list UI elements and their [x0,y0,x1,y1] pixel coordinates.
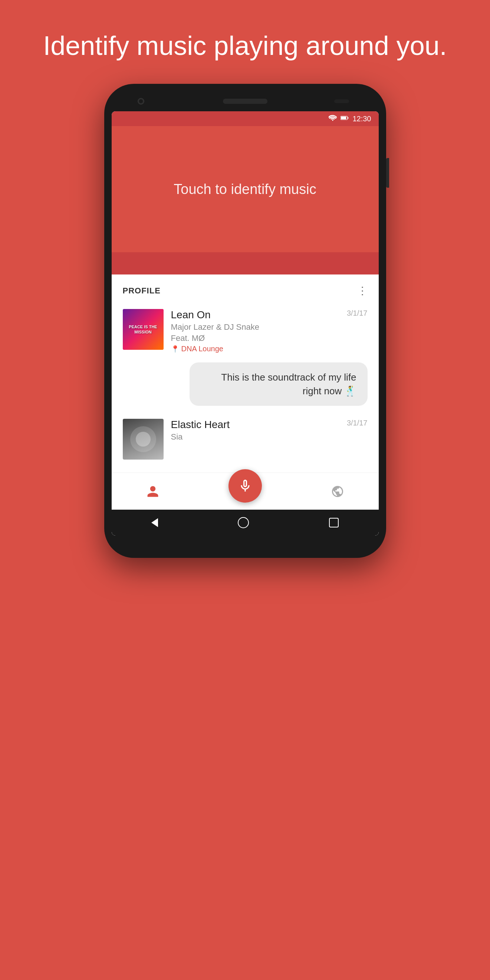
svg-rect-2 [348,117,348,119]
proximity-sensor [334,99,349,103]
song-info-lean-on: Lean On Major Lazer & DJ Snake Feat. MØ … [171,309,339,353]
front-camera [138,98,144,105]
page-headline: Identify music playing around you. [21,30,469,62]
song-artist: Major Lazer & DJ Snake [171,322,339,332]
song-artist-elastic: Sia [171,432,339,442]
song-location: 📍 DNA Lounge [171,345,339,353]
more-options-button[interactable]: ⋮ [357,286,368,296]
album-art-lean-on: PEACE IS THEMISSION [123,309,164,350]
song-date-elastic: 3/1/17 [347,419,368,427]
system-nav-bar [111,510,379,536]
message-bubble-container: This is the soundtrack of my life right … [111,359,379,413]
identify-prompt: Touch to identify music [173,181,316,197]
song-item-lean-on[interactable]: PEACE IS THEMISSION Lean On Major Lazer … [111,304,379,359]
red-divider [111,252,379,275]
wifi-icon [329,115,337,123]
message-bubble: This is the soundtrack of my life right … [189,363,368,406]
phone-top-bezel [111,95,379,111]
identify-area[interactable]: Touch to identify music [111,126,379,252]
song-title-elastic: Elastic Heart [171,419,339,431]
location-name: DNA Lounge [181,345,223,353]
song-item-elastic-heart[interactable]: Elastic Heart Sia 3/1/17 [111,413,379,465]
earpiece-speaker [223,99,267,104]
nav-profile-button[interactable] [146,485,159,498]
home-button[interactable] [238,517,249,528]
svg-rect-1 [341,117,347,119]
phone-bottom-bezel [111,536,379,550]
camera-lens [139,99,143,103]
status-time: 12:30 [352,115,371,123]
recents-button[interactable] [329,518,339,527]
power-button [386,158,389,188]
song-artist-feat: Feat. MØ [171,334,339,343]
status-bar: 12:30 [111,111,379,126]
phone-screen: 12:30 Touch to identify music PROFILE ⋮ … [111,111,379,536]
content-area: PROFILE ⋮ PEACE IS THEMISSION Lean On Ma… [111,275,379,473]
bottom-nav [111,473,379,510]
album-art-text: PEACE IS THEMISSION [127,323,158,336]
battery-icon [340,115,349,123]
mic-fab-button[interactable] [229,469,262,503]
album-art-elastic [123,419,164,460]
song-info-elastic: Elastic Heart Sia [171,419,339,443]
back-button[interactable] [151,518,158,527]
profile-label: PROFILE [123,286,161,296]
song-title: Lean On [171,309,339,321]
location-pin-icon: 📍 [171,345,179,353]
profile-header: PROFILE ⋮ [111,275,379,304]
nav-globe-button[interactable] [331,485,344,498]
phone-shell: 12:30 Touch to identify music PROFILE ⋮ … [104,84,386,558]
song-date-lean-on: 3/1/17 [347,309,368,318]
